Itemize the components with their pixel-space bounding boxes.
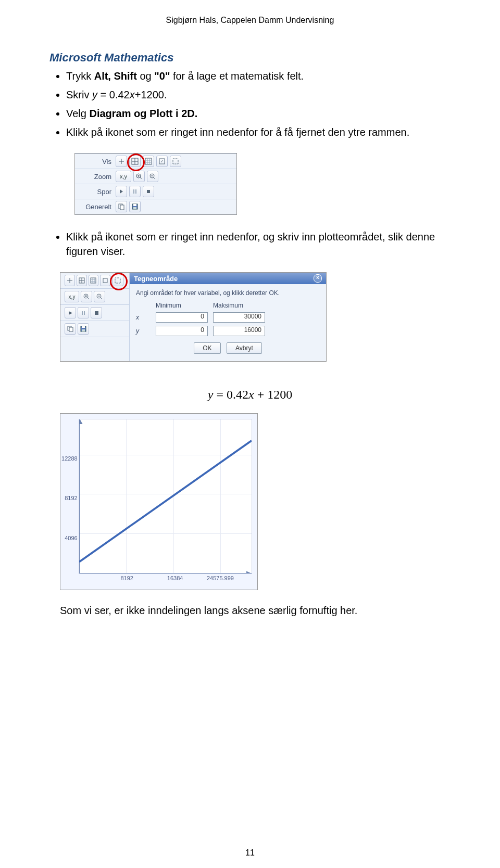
list-item: Trykk Alt, Shift og "0" for å lage et ma…	[66, 69, 451, 83]
close-icon[interactable]: ×	[314, 274, 322, 283]
save-icon[interactable]	[78, 323, 89, 335]
zoom-out-icon[interactable]	[94, 291, 105, 302]
save-icon[interactable]	[129, 201, 141, 212]
remove-frame-icon[interactable]	[129, 156, 141, 167]
svg-rect-2	[132, 158, 138, 164]
svg-line-17	[154, 177, 155, 179]
zoom-xy-icon[interactable]: x,y	[65, 291, 79, 302]
row-x-label: x	[136, 314, 151, 321]
xmax-input[interactable]: 30000	[213, 312, 265, 323]
col-min-header: Minimum	[156, 302, 208, 309]
panel-icon[interactable]	[100, 275, 110, 286]
grid-axes-icon[interactable]	[65, 275, 75, 286]
page-header: Sigbjørn Hals, Cappelen Damm Undervisnin…	[49, 16, 451, 25]
page-number: 11	[0, 848, 500, 858]
dialog-text: Angi området for hver variabel, og klikk…	[136, 289, 320, 297]
svg-rect-33	[91, 278, 96, 283]
list-item: Skriv y = 0.42x+1200.	[66, 87, 451, 102]
svg-rect-27	[133, 207, 136, 209]
svg-rect-54	[82, 326, 85, 328]
section-title: Microsoft Mathematics	[49, 51, 451, 65]
y-tick: 8192	[65, 495, 77, 501]
row-y-label: y	[136, 327, 151, 335]
copy-icon[interactable]	[65, 323, 76, 335]
panel-row-label: Spor	[80, 188, 116, 196]
ymin-input[interactable]: 0	[156, 326, 208, 336]
grid-axes-icon[interactable]	[116, 156, 127, 167]
svg-line-58	[79, 441, 252, 562]
ymax-input[interactable]: 16000	[213, 326, 265, 336]
dialog-title: Tegneområde	[134, 275, 178, 283]
ok-button[interactable]: OK	[194, 342, 220, 354]
svg-rect-20	[133, 189, 134, 194]
svg-rect-55	[82, 329, 85, 331]
svg-rect-21	[135, 189, 136, 194]
range-icon[interactable]	[112, 275, 123, 286]
grid-icon[interactable]	[89, 275, 99, 286]
stop-icon[interactable]	[143, 186, 154, 197]
svg-rect-38	[103, 278, 107, 283]
stop-icon[interactable]	[91, 307, 102, 318]
panel-screenshot-1: Vis Zoom x,y	[74, 153, 237, 215]
svg-rect-52	[69, 327, 73, 331]
svg-line-45	[101, 298, 102, 299]
zoom-out-icon[interactable]	[147, 171, 158, 182]
svg-marker-47	[69, 311, 72, 315]
svg-marker-19	[120, 189, 123, 194]
svg-rect-26	[133, 204, 136, 206]
svg-line-41	[88, 298, 89, 299]
y-tick: 4096	[65, 535, 77, 541]
panel-screenshot-2: x,y	[60, 272, 327, 362]
play-icon[interactable]	[65, 307, 76, 318]
svg-line-13	[140, 177, 142, 179]
zoom-in-icon[interactable]	[81, 291, 92, 302]
svg-rect-24	[120, 205, 124, 210]
plot-area: 4096 8192 12288 8192 16384 24575.999	[79, 419, 252, 574]
svg-rect-49	[84, 311, 85, 315]
instruction-list-2: Klikk på ikonet som er ringet inn nedenf…	[66, 229, 451, 259]
col-max-header: Maksimum	[213, 302, 265, 309]
svg-rect-39	[115, 278, 120, 283]
svg-rect-5	[145, 158, 152, 164]
footer-sentence: Som vi ser, er ikke inndelingen langs ak…	[60, 605, 440, 617]
line-chart: y x 4096 8192 122	[60, 413, 258, 590]
svg-rect-11	[173, 159, 178, 164]
copy-icon[interactable]	[116, 201, 127, 212]
remove-frame-icon[interactable]	[77, 275, 87, 286]
range-icon[interactable]	[170, 156, 181, 167]
x-tick: 24575.999	[207, 575, 234, 581]
list-item: Klikk på ikonet som er ringet inn nedenf…	[66, 229, 451, 259]
list-item: Velg Diagram og Plott i 2D.	[66, 106, 451, 121]
instruction-list-1: Trykk Alt, Shift og "0" for å lage et ma…	[66, 69, 451, 139]
panel-icon[interactable]	[156, 156, 168, 167]
y-tick: 12288	[61, 455, 78, 462]
zoom-in-icon[interactable]	[133, 171, 145, 182]
x-tick: 16384	[167, 575, 183, 581]
x-tick: 8192	[120, 575, 133, 581]
svg-rect-50	[95, 311, 98, 315]
panel-row-label: Vis	[80, 158, 116, 165]
xmin-input[interactable]: 0	[156, 312, 208, 323]
cancel-button[interactable]: Avbryt	[227, 342, 262, 354]
panel-row-label: Zoom	[80, 173, 116, 181]
equation: y = 0.42x + 1200	[49, 388, 451, 402]
pause-icon[interactable]	[129, 186, 141, 197]
zoom-xy-icon[interactable]: x,y	[116, 171, 131, 182]
play-icon[interactable]	[116, 186, 127, 197]
svg-rect-48	[82, 311, 83, 315]
panel-row-label: Generelt	[80, 203, 116, 211]
pause-icon[interactable]	[78, 307, 89, 318]
svg-rect-22	[147, 190, 150, 193]
list-item: Klikk på ikonet som er ringet inn nedenf…	[66, 125, 451, 139]
